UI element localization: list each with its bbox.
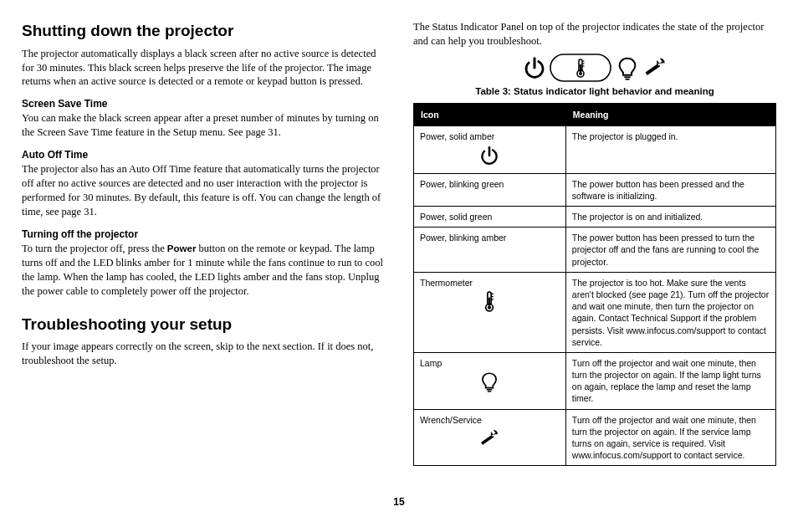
wrench-icon <box>642 55 668 80</box>
cell-meaning: The power button has been pressed and th… <box>565 173 775 206</box>
table-row: LampTurn off the projector and wait one … <box>414 352 776 409</box>
page-number: 15 <box>22 495 776 509</box>
power-icon <box>522 55 547 80</box>
cell-icon: Lamp <box>414 352 566 409</box>
cell-meaning: The projector is on and initialized. <box>565 207 775 228</box>
cell-meaning: Turn off the projector and wait one minu… <box>565 352 775 409</box>
status-table: Icon Meaning Power, solid amberThe proje… <box>413 103 776 466</box>
subhead-turn-off: Turning off the projector <box>22 228 385 241</box>
lamp-icon <box>615 55 640 80</box>
power-icon <box>420 143 560 169</box>
table-row: Power, blinking amberThe power button ha… <box>414 228 776 273</box>
th-meaning: Meaning <box>565 104 775 126</box>
subhead-auto-off: Auto Off Time <box>22 148 385 161</box>
table-row: ThermometerThe projector is too hot. Mak… <box>414 272 776 352</box>
cell-icon: Power, blinking amber <box>414 228 566 273</box>
status-panel-intro: The Status Indicator Panel on top of the… <box>413 20 776 49</box>
lamp-icon <box>420 369 560 395</box>
subhead-screen-save: Screen Save Time <box>22 97 385 110</box>
heading-troubleshoot: Troubleshooting your setup <box>22 314 385 335</box>
para-turn-off: To turn the projector off, press the Pow… <box>22 242 385 299</box>
table-caption: Table 3: Status indicator light behavior… <box>413 85 776 99</box>
cell-icon: Thermometer <box>414 272 566 352</box>
para-troubleshoot: If your image appears correctly on the s… <box>22 340 385 368</box>
cell-meaning: Turn off the projector and wait one minu… <box>565 409 775 466</box>
power-label-inline: Power <box>167 243 197 253</box>
para-screen-save: You can make the black screen appear aft… <box>22 111 385 140</box>
wrench-icon <box>420 426 560 452</box>
cell-icon: Power, solid green <box>414 207 566 228</box>
cell-icon: Power, solid amber <box>414 126 566 173</box>
table-row: Power, blinking greenThe power button ha… <box>414 173 776 206</box>
table-row: Power, solid amberThe projector is plugg… <box>414 126 776 173</box>
cell-meaning: The projector is too hot. Make sure the … <box>565 272 775 352</box>
left-column: Shutting down the projector The projecto… <box>22 20 385 489</box>
cell-icon: Power, blinking green <box>414 173 566 206</box>
thermo-icon <box>420 289 560 315</box>
th-icon: Icon <box>414 104 566 126</box>
thermometer-icon-highlighted <box>550 54 611 82</box>
cell-icon: Wrench/Service <box>414 409 566 466</box>
table-row: Power, solid greenThe projector is on an… <box>414 207 776 228</box>
para-auto-off: The projector also has an Auto Off Time … <box>22 162 385 219</box>
cell-meaning: The power button has been pressed to tur… <box>565 228 775 273</box>
status-icon-row <box>413 54 776 82</box>
right-column: The Status Indicator Panel on top of the… <box>413 20 776 489</box>
table-row: Wrench/ServiceTurn off the projector and… <box>414 409 776 466</box>
heading-shutdown: Shutting down the projector <box>22 20 385 42</box>
para-shutdown: The projector automatically displays a b… <box>22 47 385 90</box>
cell-meaning: The projector is plugged in. <box>565 126 775 173</box>
